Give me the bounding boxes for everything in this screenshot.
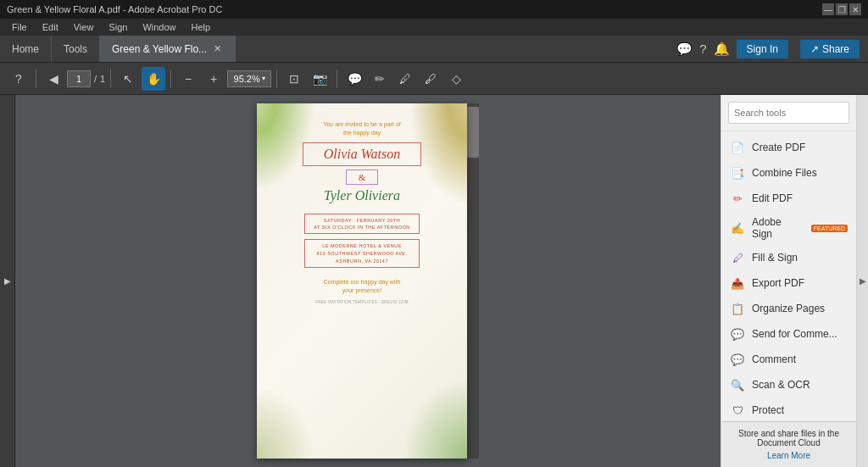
share-button[interactable]: ↗ Share (800, 40, 860, 58)
protect-icon: 🛡 (730, 403, 745, 418)
zoom-out-icon: − (185, 72, 192, 86)
create-pdf-label: Create PDF (752, 142, 805, 153)
comment-label: Comment (752, 353, 796, 365)
menu-sign[interactable]: Sign (102, 20, 134, 34)
toolbar: ? ◀ / 1 ↖ ✋ − + 95.2% ▾ ⊡ 📷 💬 ✏ 🖊 🖋 (0, 63, 868, 95)
zoom-dropdown-icon: ▾ (262, 75, 265, 82)
footer-store-text: Store and share files in the Document Cl… (728, 429, 849, 448)
groom-name: Tyler Oliviera (324, 188, 400, 203)
page-total: 1 (100, 74, 105, 84)
tab-close-button[interactable]: ✕ (212, 42, 223, 56)
toolbar-separator-2 (110, 69, 111, 88)
organize-pages-label: Organize Pages (752, 303, 825, 314)
invite-text: You are invited to be a part of the happ… (323, 120, 400, 137)
page-number-input[interactable] (67, 70, 91, 87)
zoom-level-display[interactable]: 95.2% ▾ (227, 70, 271, 87)
tools-search-area (721, 95, 856, 131)
collapse-right-icon: ▶ (860, 276, 866, 286)
toolbar-separator-5 (337, 69, 337, 88)
tool-item-fill-sign[interactable]: 🖊 Fill & Sign (721, 245, 856, 270)
tool-item-create-pdf[interactable]: 📄 Create PDF (721, 135, 856, 160)
toolbar-separator-4 (276, 69, 277, 88)
adobe-sign-icon: ✍ (730, 220, 745, 236)
zoom-in-icon: + (210, 72, 217, 86)
export-pdf-label: Export PDF (752, 277, 804, 289)
zoom-out-button[interactable]: − (176, 67, 200, 91)
menu-window[interactable]: Window (136, 20, 182, 34)
scan-ocr-label: Scan & OCR (752, 379, 810, 391)
tool-item-scan-ocr[interactable]: 🔍 Scan & OCR (721, 372, 856, 398)
page-navigation: / 1 (67, 70, 105, 87)
stamp-tool-button[interactable]: 🖋 (419, 67, 442, 91)
pen-icon: 🖊 (399, 72, 411, 86)
tab-bar: Home Tools Green & Yellow Flo... ✕ 💬 ? 🔔… (0, 36, 868, 63)
select-tool-button[interactable]: ↖ (116, 67, 140, 91)
tool-item-edit-pdf[interactable]: ✏ Edit PDF (721, 186, 856, 211)
toolbar-separator-3 (170, 69, 171, 88)
comment-tool-icon: 💬 (348, 72, 362, 86)
notification-icon[interactable]: 🔔 (714, 42, 730, 57)
sign-in-button[interactable]: Sign In (737, 40, 788, 58)
pdf-view-area[interactable]: You are invited to be a part of the happ… (15, 95, 721, 467)
snapshot-icon: 📷 (313, 72, 327, 86)
crop-tool-button[interactable]: ⊡ (282, 67, 306, 91)
restore-button[interactable]: ❐ (836, 3, 848, 15)
close-button[interactable]: ✕ (849, 3, 861, 15)
toolbar-back-button[interactable]: ◀ (42, 67, 65, 91)
protect-label: Protect (752, 404, 784, 416)
tool-item-combine-files[interactable]: 📑 Combine Files (721, 160, 856, 186)
pdf-content: You are invited to be a part of the happ… (257, 103, 467, 459)
left-panel-collapse[interactable]: ▶ (0, 95, 15, 467)
tool-item-protect[interactable]: 🛡 Protect (721, 398, 856, 421)
name-box-1: Olivia Watson (303, 142, 421, 166)
tab-tools[interactable]: Tools (52, 36, 100, 62)
page-separator: / (94, 74, 97, 84)
snapshot-tool-button[interactable]: 📷 (308, 67, 331, 91)
help-header-icon[interactable]: ? (699, 42, 706, 56)
hand-icon: ✋ (147, 72, 161, 86)
pen-tool-button[interactable]: 🖊 (393, 67, 417, 91)
pdf-attribution: FREE INVITATION TEMPLATES · DREVIO.COM (315, 300, 409, 304)
app-title: Green & Yellow Floral A.pdf - Adobe Acro… (7, 4, 222, 14)
zoom-in-button[interactable]: + (202, 67, 225, 91)
scan-ocr-icon: 🔍 (730, 377, 745, 392)
edit-pdf-label: Edit PDF (752, 192, 793, 204)
help-icon: ? (15, 72, 22, 86)
date-text: SATURDAY · FEBRUARY 20TH AT SIX O'CLOCK … (314, 217, 410, 231)
pdf-scrollbar[interactable] (467, 103, 479, 459)
comment-header-icon[interactable]: 💬 (676, 42, 693, 57)
featured-badge: FEATURED (811, 225, 848, 232)
toolbar-help-button[interactable]: ? (7, 67, 31, 91)
comment-tool-button[interactable]: 💬 (342, 67, 366, 91)
date-box: SATURDAY · FEBRUARY 20TH AT SIX O'CLOCK … (304, 214, 420, 235)
combine-files-label: Combine Files (752, 167, 817, 179)
tools-list: 📄 Create PDF 📑 Combine Files ✏ Edit PDF … (721, 131, 856, 421)
learn-more-link[interactable]: Learn More (767, 451, 810, 460)
hand-tool-button[interactable]: ✋ (142, 67, 165, 91)
tool-item-export-pdf[interactable]: 📤 Export PDF (721, 270, 856, 296)
menu-help[interactable]: Help (185, 20, 218, 34)
tool-item-organize-pages[interactable]: 📋 Organize Pages (721, 296, 856, 321)
minimize-button[interactable]: — (822, 3, 834, 15)
create-pdf-icon: 📄 (730, 140, 745, 155)
scrollbar-thumb[interactable] (467, 107, 479, 158)
tool-item-send-comment[interactable]: 💬 Send for Comme... (721, 321, 856, 347)
tool-item-adobe-sign[interactable]: ✍ Adobe Sign FEATURED (721, 211, 856, 245)
shape-tool-button[interactable]: ◇ (444, 67, 468, 91)
highlight-tool-button[interactable]: ✏ (368, 67, 392, 91)
stamp-icon: 🖋 (425, 72, 437, 86)
menu-view[interactable]: View (67, 20, 101, 34)
export-pdf-icon: 📤 (730, 275, 745, 291)
combine-files-icon: 📑 (730, 165, 745, 181)
venue-text: LE MODERNE HOTEL & VENUE 913 SOUTHWEST S… (314, 242, 410, 264)
collapse-left-icon: ▶ (4, 276, 11, 286)
and-box: & (346, 170, 379, 185)
tool-item-comment[interactable]: 💬 Comment (721, 347, 856, 372)
tab-home[interactable]: Home (0, 36, 52, 62)
right-panel-collapse[interactable]: ▶ (856, 95, 868, 467)
menu-file[interactable]: File (5, 20, 34, 34)
footer-text: Complete our happy day with your presenc… (324, 278, 401, 295)
tools-search-input[interactable] (728, 102, 849, 124)
tab-active-document[interactable]: Green & Yellow Flo... ✕ (100, 36, 236, 62)
menu-edit[interactable]: Edit (36, 20, 65, 34)
